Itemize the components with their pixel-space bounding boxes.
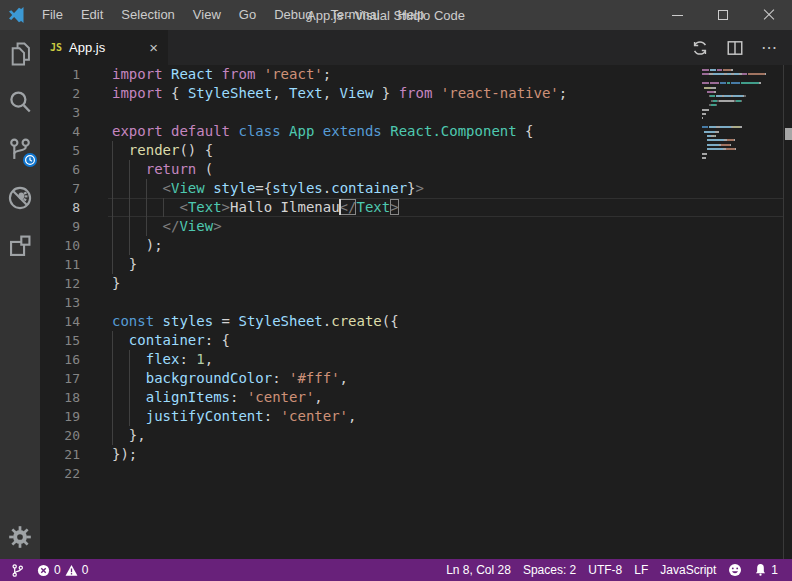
minimize-button[interactable]	[654, 0, 700, 30]
line-number[interactable]: 18	[40, 388, 108, 407]
code-line[interactable]: );	[108, 236, 783, 255]
line-number[interactable]: 14	[40, 312, 108, 331]
code-line[interactable]: },	[108, 426, 783, 445]
tab-label: App.js	[69, 40, 105, 55]
line-number[interactable]: 5	[40, 141, 108, 160]
tab-appjs[interactable]: JS App.js ×	[40, 30, 168, 65]
problems-indicator[interactable]: 0 0	[31, 559, 94, 581]
code-token: import	[112, 85, 163, 101]
code-line[interactable]: }	[108, 274, 783, 293]
minimap-line	[702, 117, 703, 119]
code-token: 'center'	[247, 389, 314, 405]
line-number[interactable]: 20	[40, 426, 108, 445]
line-number[interactable]: 13	[40, 293, 108, 312]
line-number[interactable]: 11	[40, 255, 108, 274]
sidebar-item-extensions[interactable]	[0, 222, 40, 270]
line-number[interactable]: 3	[40, 103, 108, 122]
code-line[interactable]: <View style={styles.container}>	[108, 179, 783, 198]
indent-guide	[112, 217, 113, 236]
indent-guide	[112, 179, 113, 198]
code-line[interactable]: alignItems: 'center',	[108, 388, 783, 407]
line-number[interactable]: 22	[40, 464, 108, 483]
code-line[interactable]	[108, 293, 783, 312]
menu-item-debug[interactable]: Debug	[265, 0, 321, 30]
line-number[interactable]: 15	[40, 331, 108, 350]
line-number[interactable]: 8	[40, 198, 108, 217]
code-token: alignItems	[146, 389, 230, 405]
code-token: StyleSheet	[188, 85, 272, 101]
notification-count: 1	[771, 563, 778, 577]
code-line[interactable]: container: {	[108, 331, 783, 350]
notifications-button[interactable]: 1	[748, 559, 784, 581]
tab-close-icon[interactable]: ×	[149, 40, 158, 55]
minimap-line	[702, 95, 746, 97]
code-line[interactable]: import { StyleSheet, Text, View } from '…	[108, 84, 783, 103]
minimize-icon	[672, 15, 683, 16]
menu-item-terminal[interactable]: Terminal	[321, 0, 388, 30]
sidebar-item-source-control[interactable]	[0, 126, 40, 174]
sidebar-item-explorer[interactable]	[0, 30, 40, 78]
settings-gear-icon	[8, 525, 32, 549]
line-number[interactable]: 2	[40, 84, 108, 103]
indent-guide	[163, 198, 164, 217]
code-line[interactable]: backgroundColor: '#fff',	[108, 369, 783, 388]
indentation-indicator[interactable]: Spaces: 2	[517, 559, 582, 581]
maximize-button[interactable]	[700, 0, 746, 30]
split-editor-icon[interactable]	[726, 39, 744, 57]
line-number[interactable]: 10	[40, 236, 108, 255]
feedback-button[interactable]	[722, 559, 748, 581]
code-editor[interactable]: 12345678910111213141516171819202122 impo…	[40, 65, 792, 559]
line-number[interactable]: 6	[40, 160, 108, 179]
code-token	[255, 66, 263, 82]
code-line[interactable]: export default class App extends React.C…	[108, 122, 783, 141]
menu-item-view[interactable]: View	[184, 0, 230, 30]
code-token: </	[163, 218, 180, 234]
code-token: ,	[323, 85, 340, 101]
editor-gutter: 12345678910111213141516171819202122	[40, 65, 108, 483]
code-line[interactable]: import React from 'react';	[108, 65, 783, 84]
code-line[interactable]: flex: 1,	[108, 350, 783, 369]
line-number[interactable]: 16	[40, 350, 108, 369]
code-token: .	[323, 180, 331, 196]
menu-item-help[interactable]: Help	[389, 0, 434, 30]
line-number[interactable]: 7	[40, 179, 108, 198]
git-branch-indicator[interactable]	[4, 559, 31, 581]
code-token	[163, 123, 171, 139]
menu-item-edit[interactable]: Edit	[72, 0, 112, 30]
settings-gear-button[interactable]	[0, 515, 40, 559]
line-number[interactable]: 4	[40, 122, 108, 141]
line-number[interactable]: 9	[40, 217, 108, 236]
line-number[interactable]: 19	[40, 407, 108, 426]
code-line[interactable]	[108, 464, 783, 483]
code-token: ,	[340, 370, 348, 386]
line-number[interactable]: 12	[40, 274, 108, 293]
line-number[interactable]: 21	[40, 445, 108, 464]
minimap[interactable]	[699, 65, 783, 559]
line-number[interactable]: 1	[40, 65, 108, 84]
code-line[interactable]: justifyContent: 'center',	[108, 407, 783, 426]
language-mode-indicator[interactable]: JavaScript	[654, 559, 722, 581]
code-line[interactable]: render() {	[108, 141, 783, 160]
sidebar-item-search[interactable]	[0, 78, 40, 126]
more-actions-icon[interactable]: ⋯	[761, 43, 778, 53]
code-line[interactable]: return (	[108, 160, 783, 179]
editor-actions: ⋯	[691, 30, 792, 65]
line-number[interactable]: 17	[40, 369, 108, 388]
code-line[interactable]: });	[108, 445, 783, 464]
indent-guide	[129, 407, 130, 426]
sidebar-item-debug[interactable]	[0, 174, 40, 222]
cursor-position-indicator[interactable]: Ln 8, Col 28	[440, 559, 517, 581]
eol-indicator[interactable]: LF	[628, 559, 654, 581]
code-token	[112, 332, 129, 348]
code-line[interactable]: <Text>Hallo Ilmenau</Text>	[108, 198, 783, 217]
close-button[interactable]	[746, 0, 792, 30]
menu-item-go[interactable]: Go	[230, 0, 265, 30]
open-changes-icon[interactable]	[691, 39, 709, 57]
code-line[interactable]: }	[108, 255, 783, 274]
encoding-indicator[interactable]: UTF-8	[582, 559, 628, 581]
code-line[interactable]: const styles = StyleSheet.create({	[108, 312, 783, 331]
code-line[interactable]	[108, 103, 783, 122]
code-line[interactable]: </View>	[108, 217, 783, 236]
menu-item-file[interactable]: File	[33, 0, 72, 30]
menu-item-selection[interactable]: Selection	[112, 0, 183, 30]
